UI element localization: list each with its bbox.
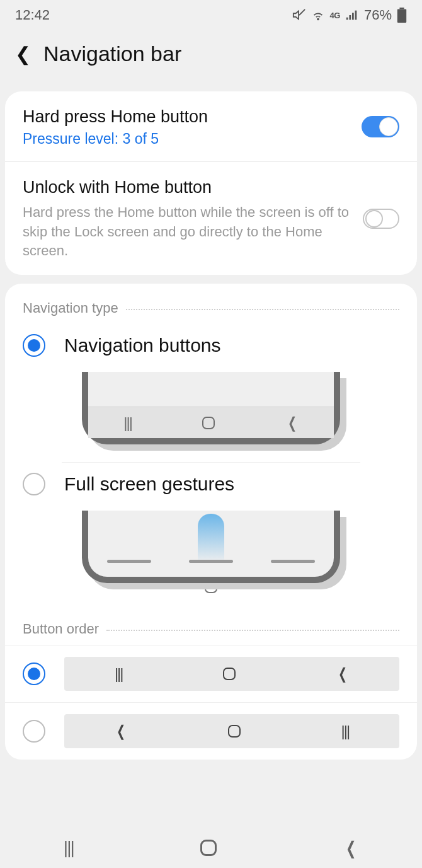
gestures-label: Full screen gestures bbox=[64, 473, 234, 495]
button-order-1[interactable]: ||| ❮ bbox=[5, 645, 417, 702]
home-icon bbox=[228, 725, 241, 738]
recents-icon: ||| bbox=[341, 722, 349, 740]
gestures-below-home bbox=[5, 581, 417, 605]
gesture-line-icon bbox=[189, 560, 233, 563]
svg-rect-5 bbox=[355, 11, 357, 20]
svg-rect-4 bbox=[352, 13, 354, 20]
network-4g-icon: 4G bbox=[330, 11, 340, 20]
nav-buttons-label: Navigation buttons bbox=[64, 335, 221, 356]
hard-press-title: Hard press Home button bbox=[23, 105, 350, 128]
back-icon[interactable]: ❮ bbox=[15, 43, 31, 65]
recents-icon: ||| bbox=[123, 414, 132, 432]
hard-press-toggle[interactable] bbox=[362, 116, 399, 137]
order-2-radio[interactable] bbox=[23, 720, 45, 743]
button-order-2[interactable]: ❮ ||| bbox=[5, 702, 417, 760]
gesture-line-icon bbox=[271, 560, 315, 563]
gestures-radio[interactable] bbox=[23, 473, 45, 495]
svg-rect-6 bbox=[399, 8, 404, 9]
system-home-button[interactable] bbox=[200, 840, 217, 856]
button-order-header: Button order bbox=[5, 605, 417, 645]
svg-rect-2 bbox=[346, 18, 348, 20]
battery-percent: 76% bbox=[364, 7, 392, 23]
nav-buttons-preview: ||| ❮ bbox=[5, 367, 417, 462]
nav-buttons-radio[interactable] bbox=[23, 334, 45, 357]
system-nav-bar: ||| ❮ bbox=[0, 828, 422, 868]
svg-line-0 bbox=[299, 9, 305, 15]
divider-dots bbox=[126, 309, 399, 310]
page-title: Navigation bar bbox=[43, 42, 181, 66]
svg-rect-7 bbox=[397, 9, 406, 23]
nav-type-header-label: Navigation type bbox=[23, 300, 118, 316]
battery-icon bbox=[397, 8, 407, 23]
svg-rect-3 bbox=[349, 15, 351, 20]
button-order-header-label: Button order bbox=[23, 621, 99, 637]
gestures-option[interactable]: Full screen gestures bbox=[5, 463, 417, 506]
wifi-icon bbox=[311, 8, 325, 22]
divider-dots bbox=[106, 630, 399, 631]
nav-type-header: Navigation type bbox=[5, 284, 417, 324]
page-header: ❮ Navigation bar bbox=[0, 30, 422, 91]
settings-card-buttons: Hard press Home button Pressure level: 3… bbox=[5, 91, 417, 275]
home-icon bbox=[202, 417, 215, 429]
back-nav-icon: ❮ bbox=[117, 722, 125, 740]
status-right: 4G 76% bbox=[292, 7, 407, 23]
gesture-line-icon bbox=[107, 560, 151, 563]
system-recents-button[interactable]: ||| bbox=[64, 838, 74, 858]
signal-icon bbox=[345, 8, 359, 22]
nav-buttons-option[interactable]: Navigation buttons bbox=[5, 324, 417, 367]
recents-icon: ||| bbox=[115, 665, 123, 683]
settings-card-nav: Navigation type Navigation buttons ||| ❮… bbox=[5, 284, 417, 760]
hard-press-row[interactable]: Hard press Home button Pressure level: 3… bbox=[5, 91, 417, 161]
order-1-radio[interactable] bbox=[23, 663, 45, 685]
mute-vibrate-icon bbox=[292, 8, 306, 22]
svg-point-1 bbox=[317, 19, 319, 20]
hard-press-sub: Pressure level: 3 of 5 bbox=[23, 130, 350, 148]
unlock-title: Unlock with Home button bbox=[23, 176, 351, 199]
order-1-preview: ||| ❮ bbox=[64, 657, 399, 691]
back-nav-icon: ❮ bbox=[288, 414, 297, 432]
unlock-sub: Hard press the Home button while the scr… bbox=[23, 203, 351, 261]
home-icon bbox=[223, 668, 236, 680]
unlock-row[interactable]: Unlock with Home button Hard press the H… bbox=[5, 161, 417, 275]
status-bar: 12:42 4G 76% bbox=[0, 0, 422, 30]
status-time: 12:42 bbox=[15, 7, 50, 23]
back-nav-icon: ❮ bbox=[338, 665, 347, 683]
order-2-preview: ❮ ||| bbox=[64, 714, 399, 748]
gestures-preview bbox=[5, 506, 417, 589]
unlock-toggle[interactable] bbox=[363, 209, 399, 229]
system-back-button[interactable]: ❮ bbox=[346, 838, 356, 859]
